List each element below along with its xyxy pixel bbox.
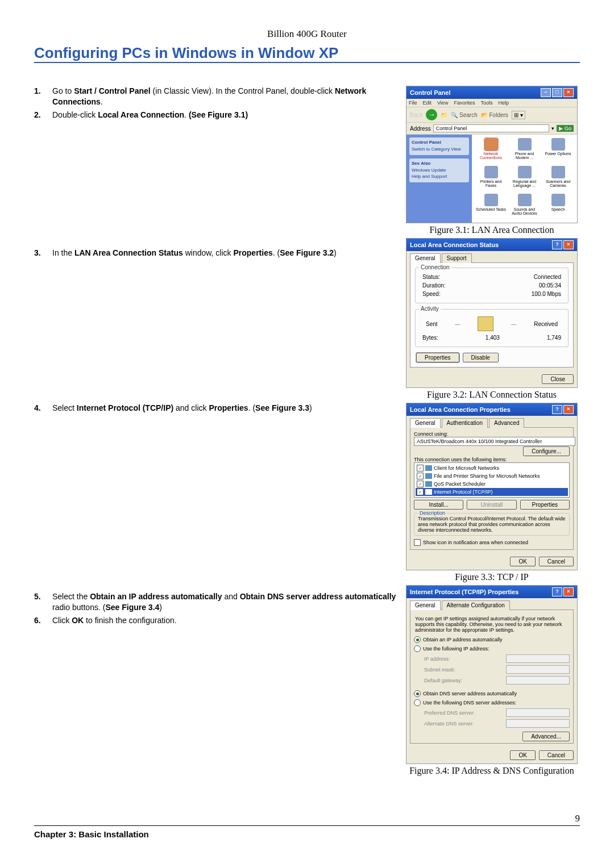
disable-button[interactable]: Disable bbox=[463, 353, 499, 362]
page-number: 9 bbox=[34, 813, 580, 824]
windows-update-link[interactable]: Windows Update bbox=[412, 168, 467, 173]
gateway-field bbox=[506, 676, 570, 685]
scheduled-tasks-icon[interactable]: Scheduled Tasks bbox=[475, 194, 507, 219]
help-icon[interactable]: ? bbox=[552, 405, 562, 414]
adapter-field: ASUSTeK/Broadcom 440x 10/100 Integrated … bbox=[414, 437, 575, 446]
step-2: 2. Double-click Local Area Connection. (… bbox=[34, 110, 398, 120]
uninstall-button: Uninstall bbox=[467, 500, 516, 510]
bytes-received: 1,749 bbox=[547, 335, 561, 341]
back-button: Back bbox=[410, 112, 422, 118]
close-icon[interactable]: × bbox=[563, 88, 574, 97]
close-button[interactable]: Close bbox=[542, 374, 574, 384]
window-title: Control Panel bbox=[410, 89, 451, 96]
search-button[interactable]: 🔍 Search bbox=[451, 112, 477, 118]
phone-modem-icon[interactable]: Phone and Modem ... bbox=[509, 138, 540, 164]
power-options-icon[interactable]: Power Options bbox=[542, 138, 574, 164]
page-title: Configuring PCs in Windows in Window XP bbox=[34, 44, 580, 63]
tcpip-item[interactable]: ✓Internet Protocol (TCP/IP) bbox=[416, 488, 568, 496]
help-icon[interactable]: ? bbox=[552, 587, 562, 596]
close-icon[interactable]: × bbox=[563, 240, 574, 249]
views-icon[interactable]: ⊞ ▾ bbox=[512, 111, 525, 119]
cancel-button[interactable]: Cancel bbox=[539, 750, 574, 760]
menu-bar[interactable]: FileEditViewFavoritesToolsHelp bbox=[406, 99, 577, 107]
show-icon-checkbox[interactable] bbox=[414, 539, 421, 546]
scanners-icon[interactable]: Scanners and Cameras bbox=[542, 166, 574, 191]
help-icon[interactable]: ? bbox=[552, 240, 562, 249]
forward-icon[interactable]: → bbox=[426, 109, 437, 120]
use-ip-radio[interactable] bbox=[414, 645, 421, 652]
items-list[interactable]: ✓Client for Microsoft Networks ✓File and… bbox=[414, 462, 570, 498]
regional-icon[interactable]: Regional and Language ... bbox=[509, 166, 540, 191]
obtain-dns-radio[interactable] bbox=[414, 690, 421, 697]
properties-button[interactable]: Properties bbox=[416, 353, 459, 362]
fig-3-3-caption: Figure 3.3: TCP / IP bbox=[404, 572, 580, 582]
bytes-sent: 1,403 bbox=[486, 335, 500, 341]
window-title: Local Area Connection Properties bbox=[410, 406, 511, 413]
instructions-column: 1. Go to Start / Control Panel (in Class… bbox=[34, 86, 398, 779]
figure-3-2: Local Area Connection Status ? × General… bbox=[406, 238, 578, 388]
sounds-icon[interactable]: Sounds and Audio Devices bbox=[509, 194, 540, 219]
properties-button[interactable]: Properties bbox=[520, 500, 570, 510]
ip-address-field bbox=[506, 654, 570, 663]
duration-value: 00:05:34 bbox=[539, 282, 561, 289]
tab-general[interactable]: General bbox=[410, 418, 441, 428]
advanced-button[interactable]: Advanced... bbox=[522, 732, 570, 741]
header: Billion 400G Router bbox=[34, 28, 580, 40]
step-4: 4. Select Internet Protocol (TCP/IP) and… bbox=[34, 403, 398, 414]
step-1: 1. Go to Start / Control Panel (in Class… bbox=[34, 86, 398, 107]
obtain-ip-radio[interactable] bbox=[414, 636, 421, 643]
close-icon[interactable]: × bbox=[563, 405, 574, 414]
ok-button[interactable]: OK bbox=[510, 750, 535, 760]
figure-3-1: Control Panel − □ × FileEditViewFavorite… bbox=[406, 86, 578, 223]
tab-advanced[interactable]: Advanced bbox=[489, 418, 524, 428]
printers-icon[interactable]: Printers and Faxes bbox=[475, 166, 507, 191]
chapter-footer: Chapter 3: Basic Installation bbox=[34, 825, 580, 839]
step-5: 5. Select the Obtain an IP address autom… bbox=[34, 591, 398, 613]
minimize-icon[interactable]: − bbox=[541, 88, 551, 97]
subnet-field bbox=[506, 665, 570, 674]
window-title: Internet Protocol (TCP/IP) Properties bbox=[410, 589, 518, 595]
activity-icon bbox=[478, 316, 493, 331]
switch-view-link[interactable]: Switch to Category View bbox=[412, 147, 467, 152]
help-support-link[interactable]: Help and Support bbox=[412, 174, 467, 179]
speech-icon[interactable]: Speech bbox=[542, 194, 574, 219]
tab-general[interactable]: General bbox=[410, 253, 441, 263]
folders-button[interactable]: 📂 Folders bbox=[481, 112, 508, 118]
fig-3-2-caption: Figure 3.2: LAN Connection Status bbox=[404, 390, 580, 400]
ok-button[interactable]: OK bbox=[510, 557, 535, 566]
close-icon[interactable]: × bbox=[563, 587, 574, 596]
toolbar[interactable]: Back → 📁 🔍 Search 📂 Folders ⊞ ▾ bbox=[406, 107, 577, 123]
alt-dns-field bbox=[506, 719, 570, 728]
figure-3-4: Internet Protocol (TCP/IP) Properties ? … bbox=[406, 585, 578, 764]
address-input[interactable]: Control Panel bbox=[433, 124, 550, 132]
speed-value: 100.0 Mbps bbox=[532, 291, 561, 297]
configure-button[interactable]: Configure... bbox=[523, 446, 570, 456]
status-value: Connected bbox=[534, 274, 561, 280]
sidebar: Control Panel Switch to Category View Se… bbox=[406, 135, 472, 223]
fig-3-1-caption: Figure 3.1: LAN Area Connection bbox=[404, 225, 580, 235]
maximize-icon[interactable]: □ bbox=[552, 88, 562, 97]
network-connections-icon[interactable]: Network Connections bbox=[475, 138, 507, 164]
install-button[interactable]: Install... bbox=[414, 500, 463, 510]
cancel-button[interactable]: Cancel bbox=[539, 557, 574, 566]
use-dns-radio[interactable] bbox=[414, 699, 421, 706]
figure-3-3: Local Area Connection Properties ? × Gen… bbox=[406, 403, 578, 570]
up-icon[interactable]: 📁 bbox=[441, 112, 447, 118]
step-6: 6. Click OK to finish the configuration. bbox=[34, 615, 398, 626]
tab-alternate[interactable]: Alternate Configuration bbox=[442, 600, 510, 610]
step-3: 3. In the LAN Area Connection Status win… bbox=[34, 248, 398, 258]
window-title: Local Area Connection Status bbox=[410, 241, 499, 248]
tab-authentication[interactable]: Authentication bbox=[442, 418, 488, 428]
go-button[interactable]: ▶ Go bbox=[557, 125, 574, 132]
tab-general[interactable]: General bbox=[410, 600, 441, 610]
fig-3-4-caption: Figure 3.4: IP Address & DNS Configurati… bbox=[404, 766, 580, 776]
tab-support[interactable]: Support bbox=[442, 253, 472, 263]
pref-dns-field bbox=[506, 708, 570, 717]
